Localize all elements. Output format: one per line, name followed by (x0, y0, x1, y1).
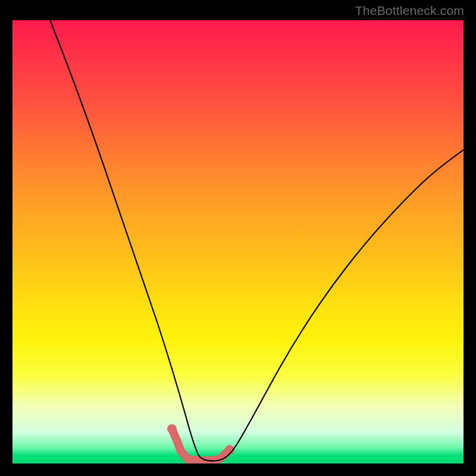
marker-dot-start (167, 424, 177, 434)
marker-dot-2 (173, 436, 181, 444)
bottleneck-curve (48, 20, 464, 461)
plot-area (12, 20, 464, 464)
marker-dot-3 (177, 447, 185, 455)
chart-frame: TheBottleneck.com (0, 0, 476, 476)
watermark-text: TheBottleneck.com (355, 4, 464, 18)
curve-svg (12, 20, 464, 464)
marker-bump (172, 429, 230, 461)
